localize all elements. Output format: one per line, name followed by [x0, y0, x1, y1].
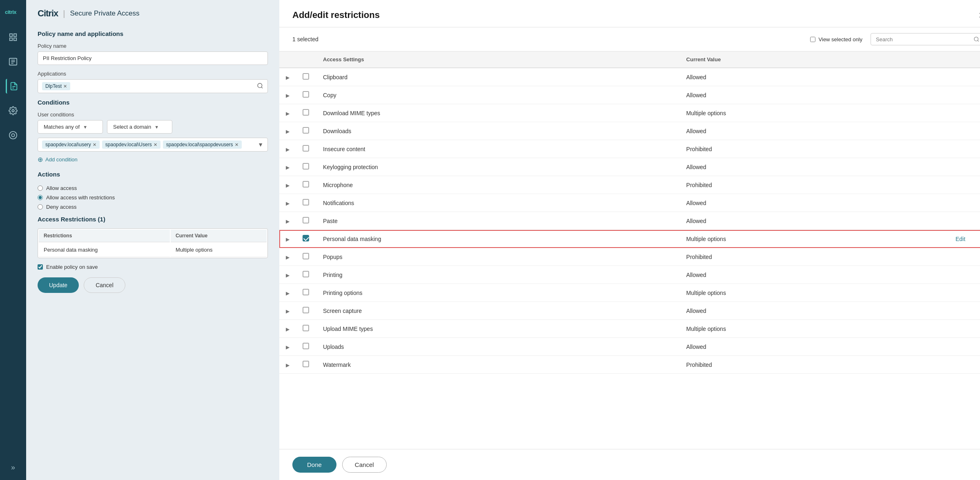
row-checkbox-14[interactable] [303, 325, 309, 331]
update-button[interactable]: Update [38, 277, 79, 293]
user-tag-0-close[interactable]: ✕ [93, 142, 96, 147]
row-edit-9[interactable]: Edit [949, 230, 980, 248]
expand-arrow-icon[interactable]: ▶ [286, 129, 290, 134]
application-tag-close[interactable]: ✕ [63, 84, 67, 89]
view-selected-checkbox[interactable] [810, 37, 815, 42]
user-tags-input[interactable]: spaopdev.local\usery ✕ spaopdev.local\Us… [38, 138, 268, 152]
row-expand-9[interactable]: ▶ [279, 230, 296, 248]
add-condition-btn[interactable]: ⊕ Add condition [38, 156, 268, 163]
sidebar-icon-dashboard[interactable] [6, 30, 20, 45]
row-checkbox-cell-12 [296, 284, 316, 302]
matches-dropdown[interactable]: Matches any of ▼ [38, 120, 103, 134]
row-checkbox-1[interactable] [303, 91, 309, 98]
search-input[interactable] [876, 36, 970, 42]
row-expand-15[interactable]: ▶ [279, 338, 296, 356]
svg-point-12 [9, 132, 17, 139]
sidebar-expand-btn[interactable]: » [11, 463, 15, 472]
expand-arrow-icon[interactable]: ▶ [286, 237, 290, 242]
row-expand-14[interactable]: ▶ [279, 320, 296, 338]
row-label-9: Personal data masking [316, 230, 680, 248]
expand-arrow-icon[interactable]: ▶ [286, 344, 290, 350]
edit-link-9[interactable]: Edit [956, 236, 965, 242]
modal-cancel-button[interactable]: Cancel [342, 457, 387, 473]
expand-arrow-icon[interactable]: ▶ [286, 362, 290, 368]
policy-name-input[interactable] [38, 51, 268, 65]
done-button[interactable]: Done [292, 457, 336, 473]
applications-tag-input[interactable]: DlpTest ✕ [38, 79, 268, 93]
row-value-6: Prohibited [680, 176, 949, 194]
row-expand-3[interactable]: ▶ [279, 122, 296, 140]
action-allow-access[interactable]: Allow access [38, 185, 268, 191]
row-checkbox-7[interactable] [303, 199, 309, 205]
expand-arrow-icon[interactable]: ▶ [286, 219, 290, 224]
expand-arrow-icon[interactable]: ▶ [286, 183, 290, 188]
row-checkbox-11[interactable] [303, 271, 309, 277]
expand-arrow-icon[interactable]: ▶ [286, 111, 290, 116]
sidebar-icon-analytics[interactable] [6, 128, 20, 143]
selected-count-label: 1 selected [292, 36, 318, 42]
action-allow-with-restrictions[interactable]: Allow access with restrictions [38, 194, 268, 201]
row-edit-0 [949, 68, 980, 86]
row-edit-8 [949, 212, 980, 230]
row-checkbox-12[interactable] [303, 289, 309, 295]
row-checkbox-4[interactable] [303, 145, 309, 152]
row-checkbox-2[interactable] [303, 109, 309, 116]
expand-arrow-icon[interactable]: ▶ [286, 147, 290, 152]
svg-point-13 [11, 134, 14, 136]
row-edit-5 [949, 158, 980, 176]
row-checkbox-cell-9 [296, 230, 316, 248]
row-checkbox-cell-10 [296, 248, 316, 266]
row-expand-10[interactable]: ▶ [279, 248, 296, 266]
sidebar-icon-policy[interactable] [6, 79, 20, 94]
row-expand-16[interactable]: ▶ [279, 356, 296, 374]
expand-arrow-icon[interactable]: ▶ [286, 93, 290, 98]
row-expand-2[interactable]: ▶ [279, 104, 296, 122]
search-box[interactable] [871, 33, 980, 45]
row-checkbox-8[interactable] [303, 217, 309, 223]
row-expand-1[interactable]: ▶ [279, 86, 296, 104]
row-checkbox-15[interactable] [303, 343, 309, 349]
sidebar-icon-settings[interactable] [6, 103, 20, 118]
row-checkbox-cell-3 [296, 122, 316, 140]
expand-arrow-icon[interactable]: ▶ [286, 75, 290, 80]
action-deny-access[interactable]: Deny access [38, 204, 268, 210]
cancel-button[interactable]: Cancel [84, 277, 125, 293]
expand-arrow-icon[interactable]: ▶ [286, 290, 290, 296]
row-checkbox-10[interactable] [303, 253, 309, 259]
user-tag-2-close[interactable]: ✕ [235, 142, 238, 147]
row-expand-0[interactable]: ▶ [279, 68, 296, 86]
row-checkbox-0[interactable] [303, 73, 309, 80]
expand-arrow-icon[interactable]: ▶ [286, 255, 290, 260]
row-label-12: Printing options [316, 284, 680, 302]
row-expand-8[interactable]: ▶ [279, 212, 296, 230]
row-checkbox-3[interactable] [303, 127, 309, 134]
applications-search-icon[interactable] [257, 83, 263, 90]
domain-dropdown[interactable]: Select a domain ▼ [107, 120, 172, 134]
tags-expand-chevron[interactable]: ▼ [258, 141, 263, 148]
expand-arrow-icon[interactable]: ▶ [286, 165, 290, 170]
row-expand-13[interactable]: ▶ [279, 302, 296, 320]
enable-policy-checkbox[interactable] [38, 264, 43, 270]
row-checkbox-5[interactable] [303, 163, 309, 170]
user-tag-1-close[interactable]: ✕ [154, 142, 157, 147]
expand-arrow-icon[interactable]: ▶ [286, 308, 290, 314]
action-allow-restrictions-radio[interactable] [38, 195, 43, 200]
row-checkbox-cell-8 [296, 212, 316, 230]
expand-arrow-icon[interactable]: ▶ [286, 201, 290, 206]
row-checkbox-16[interactable] [303, 361, 309, 367]
row-expand-6[interactable]: ▶ [279, 176, 296, 194]
row-expand-4[interactable]: ▶ [279, 140, 296, 158]
row-expand-5[interactable]: ▶ [279, 158, 296, 176]
sidebar-icon-list[interactable] [6, 54, 20, 69]
row-expand-7[interactable]: ▶ [279, 194, 296, 212]
expand-arrow-icon[interactable]: ▶ [286, 272, 290, 278]
row-checkbox-13[interactable] [303, 307, 309, 313]
action-allow-radio[interactable] [38, 185, 43, 191]
row-checkbox-9[interactable] [303, 235, 309, 241]
row-checkbox-6[interactable] [303, 181, 309, 188]
action-deny-radio[interactable] [38, 204, 43, 210]
modal-table-row: ▶UploadsAllowed [279, 338, 980, 356]
row-expand-12[interactable]: ▶ [279, 284, 296, 302]
row-expand-11[interactable]: ▶ [279, 266, 296, 284]
expand-arrow-icon[interactable]: ▶ [286, 326, 290, 332]
